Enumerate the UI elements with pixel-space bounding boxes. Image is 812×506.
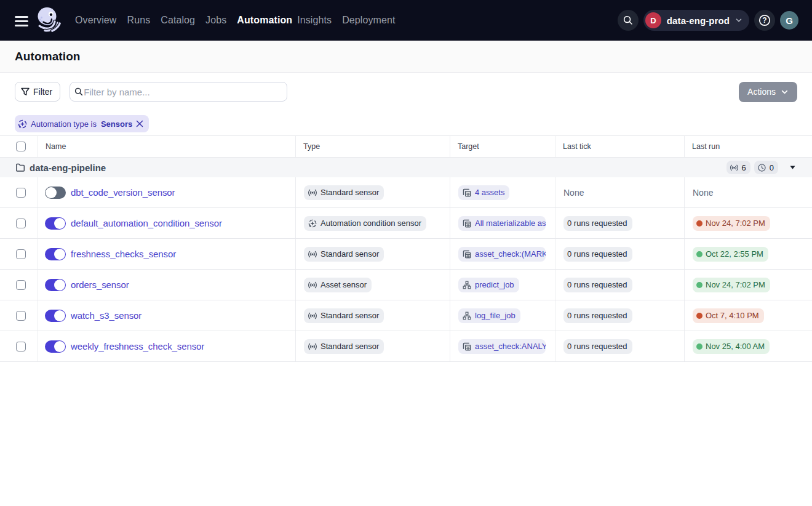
svg-text:?: ? <box>762 16 766 25</box>
